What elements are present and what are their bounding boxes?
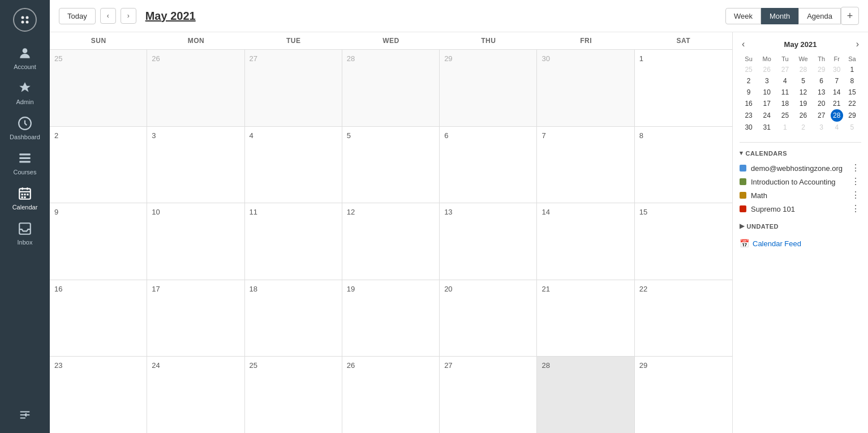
mini-calendar-day[interactable]: 15 — [843, 87, 861, 98]
mini-calendar-day[interactable]: 13 — [813, 87, 831, 98]
sidebar-item-calendar[interactable]: Calendar — [0, 180, 50, 215]
calendars-section-title[interactable]: ▾ CALENDARS — [740, 149, 861, 157]
calendar-cell[interactable]: 28 — [342, 50, 440, 126]
calendar-more-button[interactable]: ⋮ — [850, 204, 861, 213]
calendar-cell[interactable]: 26 — [147, 50, 244, 126]
sidebar-item-admin[interactable]: Admin — [0, 75, 50, 110]
calendar-cell[interactable]: 12 — [342, 203, 440, 280]
mini-calendar-day[interactable]: 28 — [794, 64, 812, 75]
mini-calendar-day[interactable]: 30 — [831, 64, 843, 75]
calendar-more-button[interactable]: ⋮ — [850, 164, 861, 173]
calendar-cell[interactable]: 15 — [635, 203, 732, 280]
mini-calendar-day[interactable]: 1 — [776, 122, 794, 133]
mini-calendar-day[interactable]: 16 — [740, 98, 758, 109]
mini-calendar-day[interactable]: 29 — [813, 64, 831, 75]
calendar-cell[interactable]: 23 — [50, 357, 147, 433]
calendar-cell[interactable]: 25 — [245, 357, 342, 433]
mini-calendar-day[interactable]: 30 — [740, 122, 758, 133]
mini-calendar-day[interactable]: 31 — [758, 122, 776, 133]
calendar-cell[interactable]: 22 — [635, 280, 732, 357]
calendar-cell[interactable]: 4 — [245, 127, 342, 203]
mini-calendar-day[interactable]: 6 — [813, 75, 831, 87]
calendar-cell[interactable]: 18 — [245, 280, 342, 357]
mini-calendar-day[interactable]: 29 — [843, 109, 861, 122]
mini-calendar-day[interactable]: 5 — [843, 122, 861, 133]
mini-calendar-day[interactable]: 27 — [776, 64, 794, 75]
calendar-cell[interactable]: 24 — [147, 357, 244, 433]
mini-calendar-day[interactable]: 3 — [758, 75, 776, 87]
collapse-button[interactable] — [0, 404, 50, 426]
mini-calendar-day[interactable]: 22 — [843, 98, 861, 109]
mini-calendar-day[interactable]: 7 — [831, 75, 843, 87]
mini-calendar-day[interactable]: 8 — [843, 75, 861, 87]
calendar-cell[interactable]: 27 — [440, 357, 537, 433]
mini-next-button[interactable]: › — [854, 39, 861, 49]
mini-calendar-day[interactable]: 12 — [794, 87, 812, 98]
calendar-list-item[interactable]: Math ⋮ — [740, 188, 861, 202]
calendar-feed-link[interactable]: 📅 Calendar Feed — [740, 239, 861, 248]
calendar-cell[interactable]: 19 — [342, 280, 440, 357]
mini-calendar-day[interactable]: 19 — [794, 98, 812, 109]
mini-calendar-day[interactable]: 27 — [813, 109, 831, 122]
mini-calendar-day[interactable]: 25 — [740, 64, 758, 75]
mini-calendar-day[interactable]: 20 — [813, 98, 831, 109]
mini-calendar-day[interactable]: 23 — [740, 109, 758, 122]
mini-calendar-day[interactable]: 3 — [813, 122, 831, 133]
week-view-button[interactable]: Week — [725, 8, 761, 24]
mini-calendar-day[interactable]: 18 — [776, 98, 794, 109]
calendar-cell[interactable]: 14 — [537, 203, 634, 280]
calendar-cell[interactable]: 29 — [440, 50, 537, 126]
calendar-cell[interactable]: 20 — [440, 280, 537, 357]
calendar-cell[interactable]: 25 — [50, 50, 147, 126]
today-button[interactable]: Today — [59, 8, 96, 24]
calendar-cell[interactable]: 1 — [635, 50, 732, 126]
calendar-list-item[interactable]: Introduction to Accounting ⋮ — [740, 175, 861, 188]
agenda-view-button[interactable]: Agenda — [798, 8, 841, 24]
mini-calendar-day[interactable]: 24 — [758, 109, 776, 122]
calendar-cell[interactable]: 26 — [342, 357, 440, 433]
calendar-cell[interactable]: 29 — [635, 357, 732, 433]
calendar-cell[interactable]: 10 — [147, 203, 244, 280]
mini-calendar-day[interactable]: 2 — [794, 122, 812, 133]
calendar-more-button[interactable]: ⋮ — [850, 177, 861, 186]
mini-calendar-day[interactable]: 5 — [794, 75, 812, 87]
mini-calendar-day[interactable]: 14 — [831, 87, 843, 98]
sidebar-item-dashboard[interactable]: Dashboard — [0, 110, 50, 145]
calendar-cell[interactable]: 6 — [440, 127, 537, 203]
add-event-button[interactable]: + — [841, 7, 859, 25]
calendar-title[interactable]: May 2021 — [145, 10, 196, 23]
calendar-cell[interactable]: 2 — [50, 127, 147, 203]
month-view-button[interactable]: Month — [761, 8, 798, 24]
calendar-cell[interactable]: 8 — [635, 127, 732, 203]
sidebar-item-inbox[interactable]: Inbox — [0, 215, 50, 250]
mini-calendar-day[interactable]: 10 — [758, 87, 776, 98]
mini-calendar-day[interactable]: 17 — [758, 98, 776, 109]
calendar-cell[interactable]: 11 — [245, 203, 342, 280]
calendar-cell[interactable]: 21 — [537, 280, 634, 357]
calendar-list-item[interactable]: Supremo 101 ⋮ — [740, 202, 861, 216]
calendar-cell[interactable]: 28 — [537, 357, 634, 433]
calendar-cell[interactable]: 27 — [245, 50, 342, 126]
calendar-list-item[interactable]: demo@webhostingzone.org ⋮ — [740, 161, 861, 175]
sidebar-item-courses[interactable]: Courses — [0, 145, 50, 180]
next-button[interactable]: › — [121, 8, 136, 24]
mini-calendar-day[interactable]: 2 — [740, 75, 758, 87]
mini-prev-button[interactable]: ‹ — [740, 39, 747, 49]
calendar-more-button[interactable]: ⋮ — [850, 191, 861, 200]
mini-calendar-day[interactable]: 21 — [831, 98, 843, 109]
mini-calendar-day[interactable]: 4 — [831, 122, 843, 133]
undated-section-title[interactable]: ▶ UNDATED — [740, 222, 861, 230]
calendar-cell[interactable]: 7 — [537, 127, 634, 203]
calendar-cell[interactable]: 30 — [537, 50, 634, 126]
mini-calendar-day[interactable]: 26 — [794, 109, 812, 122]
calendar-cell[interactable]: 13 — [440, 203, 537, 280]
sidebar-item-account[interactable]: Account — [0, 40, 50, 75]
calendar-cell[interactable]: 17 — [147, 280, 244, 357]
mini-calendar-day[interactable]: 1 — [843, 64, 861, 75]
calendar-cell[interactable]: 3 — [147, 127, 244, 203]
calendar-cell[interactable]: 5 — [342, 127, 440, 203]
calendar-cell[interactable]: 9 — [50, 203, 147, 280]
mini-calendar-day[interactable]: 26 — [758, 64, 776, 75]
mini-calendar-day[interactable]: 28 — [831, 109, 843, 122]
mini-calendar-day[interactable]: 11 — [776, 87, 794, 98]
